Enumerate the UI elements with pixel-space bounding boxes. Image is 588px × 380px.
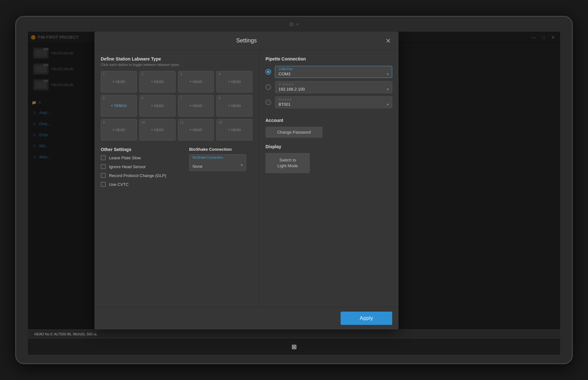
dialog-footer: Apply bbox=[94, 307, 399, 329]
station-8[interactable]: 8 + HEAD bbox=[216, 95, 252, 117]
app-window: F96 FIRST PROJECT — □ ✕ bbox=[28, 32, 560, 329]
record-protocol-row[interactable]: Record Protocol Change (GLP) bbox=[101, 173, 180, 178]
ip-address-arrow-icon: ▾ bbox=[387, 87, 389, 92]
bioshake-value: None bbox=[193, 164, 202, 169]
dialog-body: Define Station Labware Type Click each s… bbox=[94, 50, 399, 307]
status-text: HEAD No.0: ALT500-96, 96ch(0), 500 uL bbox=[34, 332, 97, 336]
dialog-left-panel: Define Station Labware Type Click each s… bbox=[94, 50, 259, 307]
station-12[interactable]: 12 + HEAD bbox=[216, 119, 252, 141]
ip-address-label: IP Address bbox=[278, 83, 389, 86]
taskbar: ⊞ bbox=[28, 338, 560, 355]
com-port-radio[interactable] bbox=[265, 69, 271, 75]
ip-address-dropdown[interactable]: IP Address 192.166.2.100 ▾ bbox=[275, 81, 392, 93]
use-cvtc-row[interactable]: Use CVTC bbox=[101, 182, 180, 187]
com-port-label: COM Port bbox=[278, 67, 389, 71]
apply-button[interactable]: Apply bbox=[341, 312, 392, 325]
com-port-arrow-icon: ▾ bbox=[387, 72, 389, 76]
leave-plate-slow-label: Leave Plate Slow bbox=[109, 155, 141, 160]
station-7[interactable]: 7 + HEAD bbox=[178, 95, 214, 117]
leave-plate-slow-checkbox[interactable] bbox=[101, 155, 106, 160]
record-protocol-checkbox[interactable] bbox=[101, 173, 106, 178]
display-section: Display Switch toLight Mode bbox=[265, 144, 392, 173]
leave-plate-slow-row[interactable]: Leave Plate Slow bbox=[101, 155, 180, 160]
station-section-title: Define Station Labware Type bbox=[101, 56, 252, 61]
dialog-overlay: Settings ✕ Define Station Labware Type C… bbox=[28, 43, 560, 329]
station-2[interactable]: 2 + HEAD bbox=[139, 71, 176, 92]
dialog-title: Settings bbox=[236, 43, 257, 44]
camera-indicator bbox=[297, 23, 298, 25]
station-11[interactable]: 11 + HEAD bbox=[178, 119, 214, 141]
bluetooth-option: Bluetooth BT001 ▾ bbox=[265, 96, 392, 108]
station-10[interactable]: 10 + HEAD bbox=[139, 119, 176, 141]
ip-address-value: 192.166.2.100 bbox=[278, 87, 305, 92]
bioshake-dropdown[interactable]: BioShake Connection None ▾ bbox=[189, 154, 246, 171]
other-settings-left: Other Settings Leave Plate Slow bbox=[101, 147, 180, 191]
other-settings-area: Other Settings Leave Plate Slow bbox=[101, 147, 252, 191]
bluetooth-label: Bluetooth bbox=[278, 98, 389, 101]
bluetooth-dropdown[interactable]: Bluetooth BT001 ▾ bbox=[275, 96, 392, 108]
station-grid: 1 + HEAD 2 + HEAD 3 + HE bbox=[101, 71, 252, 141]
tablet-frame: F96 FIRST PROJECT — □ ✕ bbox=[15, 16, 573, 364]
account-title: Account bbox=[265, 118, 392, 123]
bluetooth-arrow-icon: ▾ bbox=[387, 102, 389, 107]
use-cvtc-checkbox[interactable] bbox=[101, 182, 106, 187]
com-port-value: COM3 bbox=[278, 72, 291, 76]
ip-address-option: IP Address 192.166.2.100 ▾ bbox=[265, 81, 392, 93]
ignore-head-sensor-row[interactable]: Ignore Head Sensor bbox=[101, 164, 180, 169]
bluetooth-radio[interactable] bbox=[265, 99, 271, 105]
tablet-screen: F96 FIRST PROJECT — □ ✕ bbox=[28, 32, 560, 355]
settings-dialog: Settings ✕ Define Station Labware Type C… bbox=[94, 43, 399, 329]
windows-logo-icon[interactable]: ⊞ bbox=[291, 343, 297, 351]
bioshake-section: BioShake Connection BioShake Connection … bbox=[189, 147, 252, 191]
bioshake-label: BioShake Connection bbox=[193, 156, 223, 159]
camera-lens bbox=[290, 22, 293, 26]
station-section-subtitle: Click each station to toggle between lab… bbox=[101, 63, 252, 66]
com-port-option: COM Port COM3 ▾ bbox=[265, 66, 392, 78]
dialog-header: Settings ✕ bbox=[94, 43, 399, 50]
main-content: 394 F96-ATL500-96 bbox=[28, 43, 560, 329]
switch-light-mode-button[interactable]: Switch toLight Mode bbox=[265, 153, 310, 173]
com-port-dropdown[interactable]: COM Port COM3 ▾ bbox=[275, 66, 392, 78]
bluetooth-value: BT001 bbox=[278, 102, 291, 107]
tablet-camera bbox=[290, 22, 298, 26]
other-settings-title: Other Settings bbox=[101, 147, 180, 152]
station-6[interactable]: 6 + HEAD bbox=[139, 95, 176, 117]
station-4[interactable]: 4 + HEAD bbox=[216, 71, 252, 92]
pipette-title: Pipette Connection bbox=[265, 56, 392, 61]
dialog-right-panel: Pipette Connection COM Port COM3 ▾ bbox=[259, 50, 399, 307]
dialog-close-button[interactable]: ✕ bbox=[383, 43, 393, 46]
pipette-section: Pipette Connection COM Port COM3 ▾ bbox=[265, 56, 392, 111]
station-5[interactable]: 5 + TIPBOX bbox=[101, 95, 137, 117]
account-section: Account Change Password bbox=[265, 118, 392, 138]
station-3[interactable]: 3 + HEAD bbox=[178, 71, 214, 92]
bioshake-arrow-icon: ▾ bbox=[241, 163, 243, 167]
use-cvtc-label: Use CVTC bbox=[109, 182, 129, 187]
ignore-head-sensor-label: Ignore Head Sensor bbox=[109, 164, 146, 169]
ip-address-radio[interactable] bbox=[265, 84, 271, 90]
ignore-head-sensor-checkbox[interactable] bbox=[101, 164, 106, 169]
station-9[interactable]: 9 + HEAD bbox=[101, 119, 137, 141]
display-title: Display bbox=[265, 144, 392, 149]
bioshake-title: BioShake Connection bbox=[189, 147, 252, 152]
record-protocol-label: Record Protocol Change (GLP) bbox=[109, 173, 166, 178]
status-bar: HEAD No.0: ALT500-96, 96ch(0), 500 uL bbox=[28, 329, 560, 338]
change-password-button[interactable]: Change Password bbox=[265, 127, 323, 138]
station-1[interactable]: 1 + HEAD bbox=[101, 71, 137, 92]
